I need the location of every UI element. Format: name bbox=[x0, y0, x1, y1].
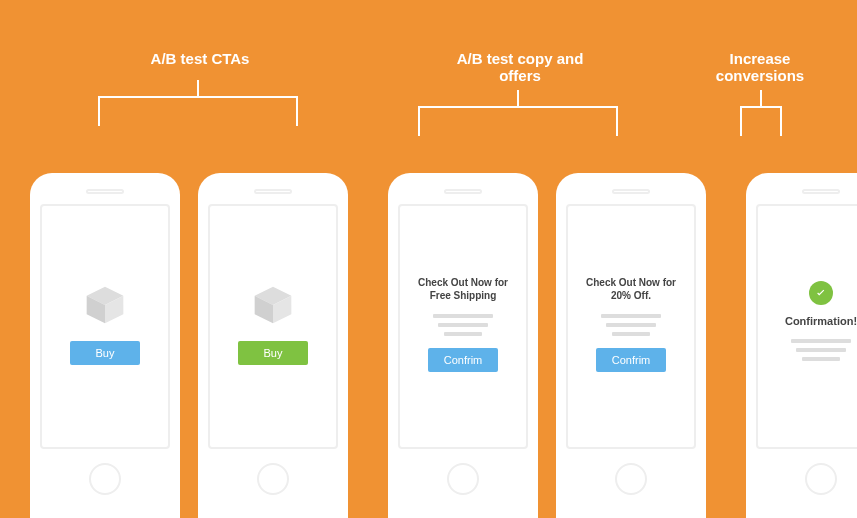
text-lines-placeholder bbox=[791, 339, 851, 361]
phone-screen: Check Out Now for Free Shipping Confrim bbox=[398, 204, 528, 449]
phone-row: Buy Buy Check Out Now for Free Shipping bbox=[0, 173, 857, 518]
bracket-group-1 bbox=[98, 96, 298, 126]
confirmation-text: Confirmation! bbox=[785, 315, 857, 327]
home-button-icon bbox=[89, 463, 121, 495]
offer-headline: Check Out Now for 20% Off. bbox=[578, 276, 684, 302]
phone-variant-a-copy: Check Out Now for Free Shipping Confrim bbox=[388, 173, 538, 518]
phone-speaker bbox=[612, 189, 650, 194]
box-icon bbox=[83, 283, 127, 327]
label-increase-conversions: Increase conversions bbox=[700, 50, 820, 84]
phone-screen: Confirmation! bbox=[756, 204, 857, 449]
box-icon bbox=[251, 283, 295, 327]
bracket-group-3 bbox=[740, 106, 782, 136]
check-icon bbox=[809, 281, 833, 305]
offer-headline: Check Out Now for Free Shipping bbox=[410, 276, 516, 302]
phone-conversion: Confirmation! bbox=[746, 173, 857, 518]
label-ab-test-copy: A/B test copy and offers bbox=[440, 50, 600, 84]
home-button-icon bbox=[257, 463, 289, 495]
phone-speaker bbox=[444, 189, 482, 194]
phone-variant-b-cta: Buy bbox=[198, 173, 348, 518]
home-button-icon bbox=[805, 463, 837, 495]
home-button-icon bbox=[615, 463, 647, 495]
buy-button[interactable]: Buy bbox=[238, 341, 308, 365]
phone-variant-b-copy: Check Out Now for 20% Off. Confrim bbox=[556, 173, 706, 518]
phone-speaker bbox=[86, 189, 124, 194]
text-lines-placeholder bbox=[601, 314, 661, 336]
phone-screen: Buy bbox=[40, 204, 170, 449]
label-ab-test-ctas: A/B test CTAs bbox=[120, 50, 280, 67]
text-lines-placeholder bbox=[433, 314, 493, 336]
home-button-icon bbox=[447, 463, 479, 495]
confirm-button[interactable]: Confrim bbox=[428, 348, 498, 372]
phone-speaker bbox=[802, 189, 840, 194]
buy-button[interactable]: Buy bbox=[70, 341, 140, 365]
phone-screen: Check Out Now for 20% Off. Confrim bbox=[566, 204, 696, 449]
confirm-button[interactable]: Confrim bbox=[596, 348, 666, 372]
phone-variant-a-cta: Buy bbox=[30, 173, 180, 518]
phone-speaker bbox=[254, 189, 292, 194]
bracket-group-2 bbox=[418, 106, 618, 136]
phone-screen: Buy bbox=[208, 204, 338, 449]
